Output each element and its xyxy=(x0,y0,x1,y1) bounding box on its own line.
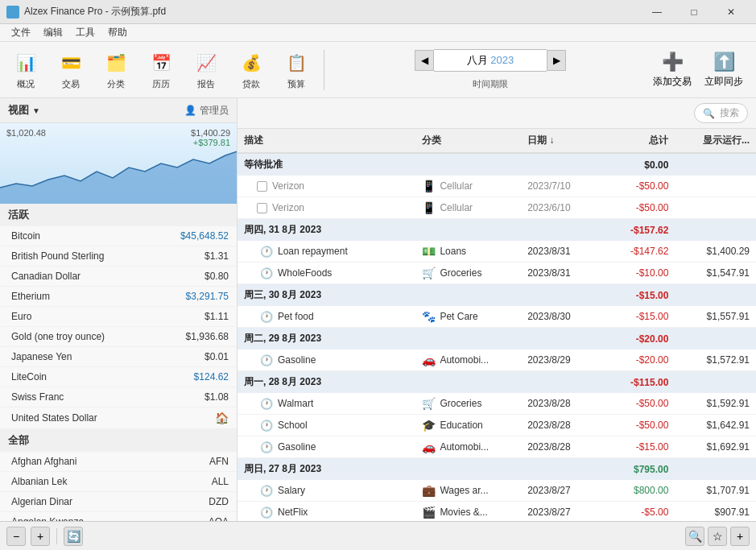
clock-icon: 🕐 xyxy=(260,485,273,497)
row-running: $1,400.29 xyxy=(675,241,756,263)
toolbar-categories[interactable]: 🗂️ 分类 xyxy=(95,46,137,94)
search-box[interactable]: 🔍 搜索 xyxy=(694,103,748,123)
add-account-button[interactable]: + xyxy=(31,527,50,546)
period-next-button[interactable]: ▶ xyxy=(547,50,566,71)
account-bitcoin[interactable]: Bitcoin $45,648.52 xyxy=(0,226,237,246)
group-mon28-name: 周一, 28 8月 2023 xyxy=(238,371,602,394)
row-desc: 🕐School xyxy=(238,415,415,436)
add-transaction-label: 添加交易 xyxy=(653,75,692,89)
account-aoa-code: AOA xyxy=(209,516,229,521)
reports-label: 报告 xyxy=(197,78,215,90)
menu-tools[interactable]: 工具 xyxy=(69,24,101,41)
home-icon: 🏠 xyxy=(215,411,229,424)
sync-button[interactable]: ⬆️ 立即同步 xyxy=(704,52,743,89)
table-row[interactable]: Verizon 📱Cellular 2023/7/10 -$50.00 xyxy=(238,176,756,197)
row-cat: 🛒Groceries xyxy=(415,393,521,415)
close-button[interactable]: ✕ xyxy=(713,0,750,24)
account-bitcoin-amount: $45,648.52 xyxy=(180,230,229,242)
view-label: 视图 xyxy=(8,103,29,118)
account-aoa[interactable]: Angolan Kwanza AOA xyxy=(0,512,237,521)
bottom-search-button[interactable]: 🔍 xyxy=(685,527,704,546)
row-cat: 💵Loans xyxy=(415,241,521,263)
period-prev-button[interactable]: ◀ xyxy=(415,50,434,71)
col-header-cat: 分类 xyxy=(415,129,521,153)
clock-icon: 🕐 xyxy=(260,507,273,519)
maximize-button[interactable]: □ xyxy=(675,0,713,24)
account-dzd-name: Algerian Dinar xyxy=(11,496,72,507)
row-running: $907.91 xyxy=(675,502,756,522)
period-label: 八月 2023 xyxy=(434,49,547,72)
account-chf[interactable]: Swiss Franc $1.08 xyxy=(0,387,237,407)
table-row[interactable]: 🕐Walmart 🛒Groceries 2023/8/28 -$50.00 $1… xyxy=(238,393,756,415)
table-container: 描述 分类 日期 ↓ 总计 显示运行... 等待批准 $0.00 xyxy=(238,129,756,521)
account-afn[interactable]: Afghan Afghani AFN xyxy=(0,452,237,472)
account-euro[interactable]: Euro $1.11 xyxy=(0,307,237,327)
account-gold[interactable]: Gold (one troy ounce) $1,936.68 xyxy=(0,327,237,347)
row-amount: -$50.00 xyxy=(602,197,675,219)
row-running: $1,572.91 xyxy=(675,349,756,371)
menu-edit[interactable]: 编辑 xyxy=(37,24,69,41)
group-tue29-name: 周二, 29 8月 2023 xyxy=(238,328,602,350)
account-usd-name: United States Dollar xyxy=(11,412,97,424)
view-button[interactable]: 视图 ▼ xyxy=(8,103,40,118)
row-amount: -$50.00 xyxy=(602,393,675,415)
table-row[interactable]: 🕐Loan repayment 💵Loans 2023/8/31 -$147.6… xyxy=(238,241,756,263)
minimize-button[interactable]: — xyxy=(638,0,675,24)
account-chf-name: Swiss Franc xyxy=(11,391,64,403)
table-row[interactable]: 🕐Gasoline 🚗Automobi... 2023/8/28 -$15.00… xyxy=(238,436,756,458)
admin-user-icon: 👤 xyxy=(184,105,196,116)
clock-icon: 🕐 xyxy=(260,354,273,366)
reports-icon: 📈 xyxy=(193,50,219,76)
row-running: $1,642.91 xyxy=(675,415,756,436)
row-date: 2023/7/10 xyxy=(521,176,602,197)
table-row[interactable]: Verizon 📱Cellular 2023/6/10 -$50.00 xyxy=(238,197,756,219)
main-layout: 视图 ▼ 👤 管理员 $1,020.48 $1,400.29 +$379.81 xyxy=(0,98,756,521)
account-cad[interactable]: Canadian Dollar $0.80 xyxy=(0,267,237,287)
table-row[interactable]: 🕐WholeFoods 🛒Groceries 2023/8/31 -$10.00… xyxy=(238,263,756,284)
toolbar-budget[interactable]: 📋 预算 xyxy=(275,46,317,94)
content-header: 🔍 搜索 xyxy=(238,98,756,129)
row-amount: -$15.00 xyxy=(602,436,675,458)
toolbar-loans[interactable]: 💰 贷款 xyxy=(230,46,272,94)
toolbar-overview[interactable]: 📊 概况 xyxy=(5,46,47,94)
remove-account-button[interactable]: − xyxy=(6,527,26,546)
period-month: 八月 xyxy=(467,54,488,66)
account-dzd[interactable]: Algerian Dinar DZD xyxy=(0,492,237,512)
col-header-date[interactable]: 日期 ↓ xyxy=(521,129,602,153)
bottom-star-button[interactable]: ☆ xyxy=(708,527,727,546)
table-row[interactable]: 🕐Salary 💼Wages ar... 2023/8/27 $800.00 $… xyxy=(238,480,756,502)
menu-help[interactable]: 帮助 xyxy=(101,24,134,41)
add-transaction-button[interactable]: ➕ 添加交易 xyxy=(653,52,692,89)
checkbox[interactable] xyxy=(257,181,267,192)
account-gbp[interactable]: British Pound Sterling $1.31 xyxy=(0,246,237,267)
menubar: 文件 编辑 工具 帮助 xyxy=(0,24,756,42)
group-thu31: 周四, 31 8月 2023 -$157.62 xyxy=(238,219,756,242)
table-row[interactable]: 🕐NetFlix 🎬Movies &... 2023/8/27 -$5.00 $… xyxy=(238,502,756,522)
table-row[interactable]: 🕐Gasoline 🚗Automobi... 2023/8/29 -$20.00… xyxy=(238,349,756,371)
bottom-add-button[interactable]: + xyxy=(730,527,750,546)
refresh-button[interactable]: 🔄 xyxy=(64,527,83,546)
group-mon28: 周一, 28 8月 2023 -$115.00 xyxy=(238,371,756,394)
account-eth[interactable]: Etherium $3,291.75 xyxy=(0,287,237,307)
group-sun27-name: 周日, 27 8月 2023 xyxy=(238,458,602,481)
account-usd[interactable]: United States Dollar 🏠 xyxy=(0,407,237,429)
account-chf-amount: $1.08 xyxy=(204,391,229,403)
account-ltc[interactable]: LiteCoin $124.62 xyxy=(0,367,237,387)
group-pending-total: $0.00 xyxy=(602,153,675,176)
period-year: 2023 xyxy=(490,54,514,66)
loans-label: 贷款 xyxy=(242,78,260,90)
table-row[interactable]: 🕐Pet food 🐾Pet Care 2023/8/30 -$15.00 $1… xyxy=(238,306,756,328)
account-jpy[interactable]: Japanese Yen $0.01 xyxy=(0,347,237,367)
checkbox[interactable] xyxy=(257,203,267,213)
toolbar-calendar[interactable]: 📅 历历 xyxy=(140,46,182,94)
row-desc: 🕐Gasoline xyxy=(238,436,415,458)
clock-icon: 🕐 xyxy=(260,420,273,432)
account-all[interactable]: Albanian Lek ALL xyxy=(0,472,237,492)
toolbar-reports[interactable]: 📈 报告 xyxy=(185,46,227,94)
col-header-total: 总计 xyxy=(602,129,675,153)
account-gbp-amount: $1.31 xyxy=(204,250,229,262)
toolbar-transactions[interactable]: 💳 交易 xyxy=(50,46,92,94)
group-sun27: 周日, 27 8月 2023 $795.00 xyxy=(238,458,756,481)
table-row[interactable]: 🕐School 🎓Education 2023/8/28 -$50.00 $1,… xyxy=(238,415,756,436)
menu-file[interactable]: 文件 xyxy=(5,24,37,41)
